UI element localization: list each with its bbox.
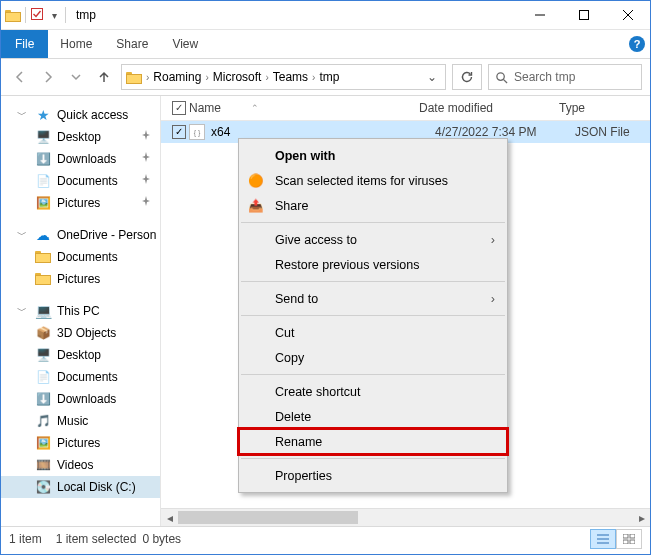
horizontal-scrollbar[interactable]: ◂ ▸ — [161, 508, 650, 526]
nav-downloads[interactable]: ⬇️Downloads — [1, 148, 160, 170]
navigation-row: › Roaming › Microsoft › Teams › tmp ⌄ Se… — [1, 59, 650, 96]
svg-rect-11 — [630, 534, 635, 538]
details-view-button[interactable] — [590, 529, 616, 549]
nav-od-documents[interactable]: Documents — [1, 246, 160, 268]
svg-line-6 — [503, 79, 507, 83]
column-header-name[interactable]: Name⌃ — [189, 101, 419, 115]
file-date: 4/27/2022 7:34 PM — [435, 125, 575, 139]
large-icons-view-button[interactable] — [616, 529, 642, 549]
ctx-cut[interactable]: Cut — [239, 320, 507, 345]
ctx-label: Share — [275, 199, 308, 213]
nav-quick-access[interactable]: ﹀★Quick access — [1, 104, 160, 126]
tab-home[interactable]: Home — [48, 30, 104, 58]
navigation-pane: ﹀★Quick access 🖥️Desktop ⬇️Downloads 📄Do… — [1, 96, 161, 526]
scroll-right-icon[interactable]: ▸ — [633, 509, 650, 526]
back-button[interactable] — [9, 66, 31, 88]
chevron-right-icon[interactable]: › — [310, 72, 317, 83]
cube-icon: 📦 — [35, 325, 51, 341]
ctx-restore-previous[interactable]: Restore previous versions — [239, 252, 507, 277]
breadcrumb[interactable]: Roaming — [153, 70, 201, 84]
ctx-scan-viruses[interactable]: 🟠Scan selected items for viruses — [239, 168, 507, 193]
nav-pc-documents[interactable]: 📄Documents — [1, 366, 160, 388]
svg-rect-10 — [623, 534, 628, 538]
chevron-right-icon[interactable]: › — [144, 72, 151, 83]
nav-pc-pictures[interactable]: 🖼️Pictures — [1, 432, 160, 454]
window-controls — [518, 1, 650, 29]
chevron-right-icon[interactable]: › — [263, 72, 270, 83]
recent-locations-button[interactable] — [65, 66, 87, 88]
up-button[interactable] — [93, 66, 115, 88]
scroll-left-icon[interactable]: ◂ — [161, 509, 178, 526]
view-switcher — [590, 529, 642, 549]
search-box[interactable]: Search tmp — [488, 64, 642, 90]
nav-label: Downloads — [57, 152, 116, 166]
nav-pc-downloads[interactable]: ⬇️Downloads — [1, 388, 160, 410]
scroll-track[interactable] — [178, 509, 633, 526]
tab-file[interactable]: File — [1, 30, 48, 58]
ctx-open-with[interactable]: Open with — [239, 143, 507, 168]
nav-3d-objects[interactable]: 📦3D Objects — [1, 322, 160, 344]
nav-label: Documents — [57, 250, 118, 264]
forward-button[interactable] — [37, 66, 59, 88]
explorer-window: ▾ tmp File Home Share View ? › Roaming ›… — [0, 0, 651, 555]
window-title: tmp — [70, 8, 96, 22]
separator — [241, 222, 505, 223]
nav-music[interactable]: 🎵Music — [1, 410, 160, 432]
row-checkbox[interactable]: ✓ — [169, 125, 189, 139]
minimize-button[interactable] — [518, 1, 562, 29]
ctx-properties[interactable]: Properties — [239, 463, 507, 488]
column-header-date[interactable]: Date modified — [419, 101, 559, 115]
search-icon — [495, 71, 508, 84]
nav-documents[interactable]: 📄Documents — [1, 170, 160, 192]
pin-icon — [141, 174, 152, 188]
ctx-give-access[interactable]: Give access to› — [239, 227, 507, 252]
nav-label: Downloads — [57, 392, 116, 406]
chevron-right-icon[interactable]: › — [203, 72, 210, 83]
nav-od-pictures[interactable]: Pictures — [1, 268, 160, 290]
desktop-icon: 🖥️ — [35, 129, 51, 145]
help-icon: ? — [629, 36, 645, 52]
ctx-send-to[interactable]: Send to› — [239, 286, 507, 311]
scroll-thumb[interactable] — [178, 511, 358, 524]
qat-dropdown-icon[interactable]: ▾ — [48, 10, 61, 21]
ctx-share[interactable]: 📤Share — [239, 193, 507, 218]
nav-desktop[interactable]: 🖥️Desktop — [1, 126, 160, 148]
nav-local-disk[interactable]: 💽Local Disk (C:) — [1, 476, 160, 498]
breadcrumb[interactable]: tmp — [319, 70, 339, 84]
share-icon: 📤 — [247, 197, 265, 215]
pc-icon: 💻 — [35, 303, 51, 319]
ctx-label: Send to — [275, 292, 318, 306]
maximize-button[interactable] — [562, 1, 606, 29]
status-item-count: 1 item — [9, 532, 42, 546]
breadcrumb[interactable]: Microsoft — [213, 70, 262, 84]
ctx-rename[interactable]: Rename — [239, 429, 507, 454]
address-dropdown-icon[interactable]: ⌄ — [423, 70, 441, 84]
pictures-icon: 🖼️ — [35, 195, 51, 211]
nav-label: Documents — [57, 174, 118, 188]
refresh-button[interactable] — [452, 64, 482, 90]
address-bar[interactable]: › Roaming › Microsoft › Teams › tmp ⌄ — [121, 64, 446, 90]
select-all-checkbox[interactable]: ✓ — [169, 101, 189, 115]
help-button[interactable]: ? — [624, 30, 650, 58]
ctx-create-shortcut[interactable]: Create shortcut — [239, 379, 507, 404]
nav-onedrive[interactable]: ﹀☁OneDrive - Person — [1, 224, 160, 246]
file-type: JSON File — [575, 125, 650, 139]
tab-share[interactable]: Share — [104, 30, 160, 58]
properties-qat-icon[interactable] — [30, 7, 44, 24]
tab-view[interactable]: View — [160, 30, 210, 58]
ctx-delete[interactable]: Delete — [239, 404, 507, 429]
svg-rect-12 — [623, 540, 628, 544]
close-button[interactable] — [606, 1, 650, 29]
breadcrumb[interactable]: Teams — [273, 70, 308, 84]
nav-videos[interactable]: 🎞️Videos — [1, 454, 160, 476]
nav-this-pc[interactable]: ﹀💻This PC — [1, 300, 160, 322]
pin-icon — [141, 196, 152, 210]
nav-pc-desktop[interactable]: 🖥️Desktop — [1, 344, 160, 366]
nav-label: Quick access — [57, 108, 128, 122]
column-label: Name — [189, 101, 221, 115]
nav-pictures[interactable]: 🖼️Pictures — [1, 192, 160, 214]
folder-icon — [5, 8, 21, 22]
ctx-copy[interactable]: Copy — [239, 345, 507, 370]
column-header-type[interactable]: Type — [559, 101, 650, 115]
nav-label: This PC — [57, 304, 100, 318]
